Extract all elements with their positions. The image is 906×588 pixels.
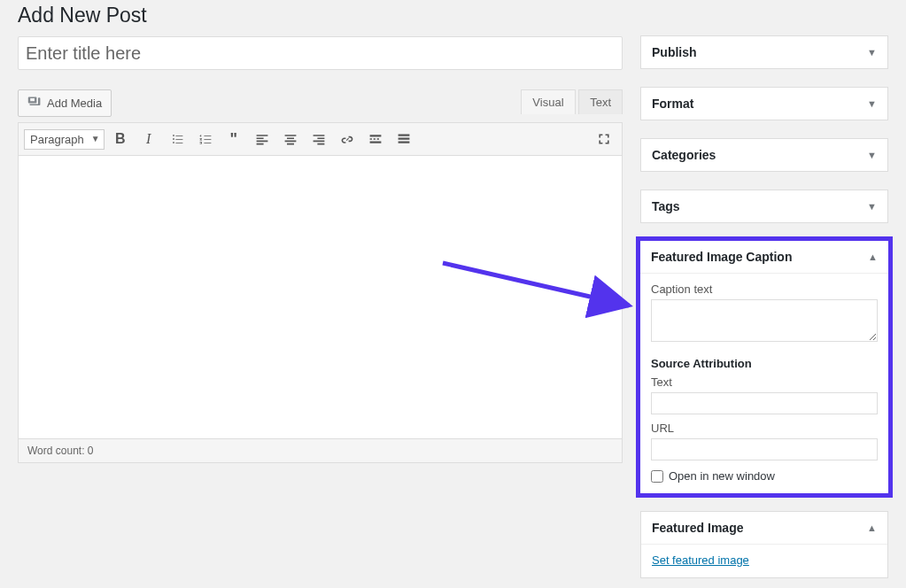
caption-text-label: Caption text (651, 282, 878, 296)
link-button[interactable] (335, 127, 360, 151)
categories-box: Categories ▼ (640, 138, 888, 172)
post-title-input[interactable] (18, 36, 623, 70)
featured-image-header[interactable]: Featured Image ▲ (641, 512, 887, 544)
caption-text-input[interactable] (651, 299, 878, 342)
source-url-label: URL (651, 422, 878, 435)
tab-text[interactable]: Text (578, 89, 623, 114)
bullet-list-button[interactable] (165, 127, 190, 151)
source-url-input[interactable] (651, 438, 878, 460)
number-list-button[interactable] (193, 127, 218, 151)
tags-title: Tags (652, 199, 680, 213)
featured-caption-box: Featured Image Caption ▲ Caption text So… (636, 236, 893, 498)
page-title: Add New Post (18, 0, 623, 36)
publish-header[interactable]: Publish ▼ (641, 36, 887, 68)
chevron-up-icon: ▲ (867, 522, 877, 533)
format-title: Format (652, 97, 693, 111)
align-left-button[interactable] (250, 127, 275, 151)
chevron-up-icon: ▲ (868, 251, 878, 262)
tags-header[interactable]: Tags ▼ (641, 190, 887, 222)
set-featured-image-link[interactable]: Set featured image (652, 553, 749, 567)
open-new-window-checkbox[interactable] (651, 470, 663, 483)
featured-caption-header[interactable]: Featured Image Caption ▲ (640, 241, 888, 273)
word-count: Word count: 0 (18, 439, 623, 463)
source-text-input[interactable] (651, 392, 878, 414)
format-select[interactable]: Paragraph ▼ (24, 129, 105, 150)
featured-image-title: Featured Image (652, 521, 743, 535)
tab-visual[interactable]: Visual (521, 89, 575, 114)
source-text-label: Text (651, 375, 878, 389)
editor-tabs: Visual Text (521, 89, 623, 114)
editor-toolbar: Paragraph ▼ B I " (19, 123, 622, 155)
source-attribution-label: Source Attribution (651, 357, 878, 370)
chevron-down-icon: ▼ (91, 134, 100, 143)
chevron-down-icon: ▼ (867, 150, 877, 160)
categories-header[interactable]: Categories ▼ (641, 139, 887, 171)
publish-title: Publish (652, 45, 697, 59)
format-header[interactable]: Format ▼ (641, 88, 887, 120)
featured-caption-title: Featured Image Caption (651, 250, 792, 264)
add-media-button[interactable]: Add Media (18, 89, 112, 117)
chevron-down-icon: ▼ (867, 98, 877, 109)
open-new-window-label: Open in new window (669, 469, 775, 483)
fullscreen-button[interactable] (592, 127, 616, 151)
italic-button[interactable]: I (136, 127, 161, 151)
editor-content-area[interactable] (18, 156, 623, 439)
add-media-label: Add Media (47, 97, 102, 110)
media-icon (27, 95, 42, 112)
quote-button[interactable]: " (221, 127, 246, 151)
categories-title: Categories (652, 148, 716, 162)
toolbar-toggle-button[interactable] (391, 127, 416, 151)
publish-box: Publish ▼ (640, 35, 888, 69)
align-right-button[interactable] (306, 127, 331, 151)
bold-button[interactable]: B (108, 127, 133, 151)
featured-image-box: Featured Image ▲ Set featured image (640, 511, 888, 578)
readmore-button[interactable] (363, 127, 388, 151)
chevron-down-icon: ▼ (867, 201, 877, 212)
tags-box: Tags ▼ (640, 190, 888, 223)
align-center-button[interactable] (278, 127, 303, 151)
format-box: Format ▼ (640, 87, 888, 120)
chevron-down-icon: ▼ (867, 47, 877, 58)
